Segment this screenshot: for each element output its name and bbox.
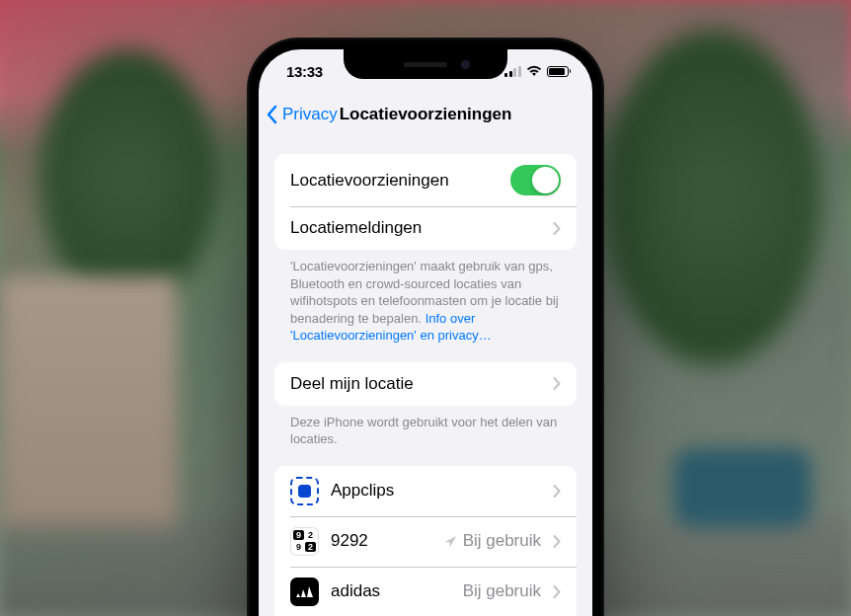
location-services-footer: 'Locatievoorzieningen' maakt gebruik van… bbox=[274, 250, 577, 345]
app-name: adidas bbox=[331, 581, 451, 601]
row-label: Locatievoorzieningen bbox=[290, 171, 499, 191]
share-location-footer: Deze iPhone wordt gebruikt voor het dele… bbox=[274, 406, 577, 448]
row-label: Locatiemeldingen bbox=[290, 218, 541, 238]
background-tree bbox=[604, 30, 821, 365]
location-services-row[interactable]: Locatievoorzieningen bbox=[274, 154, 577, 206]
location-alerts-row[interactable]: Locatiemeldingen bbox=[274, 206, 577, 250]
location-services-group: Locatievoorzieningen Locatiemeldingen bbox=[274, 154, 577, 250]
chevron-left-icon bbox=[267, 105, 278, 124]
background-car bbox=[673, 448, 812, 527]
app-row-adidas[interactable]: adidas Bij gebruik bbox=[274, 567, 577, 616]
cellular-signal-icon bbox=[504, 66, 521, 77]
back-button[interactable]: Privacy bbox=[267, 105, 338, 124]
page-title: Locatievoorzieningen bbox=[340, 105, 512, 124]
background-tree bbox=[39, 49, 217, 306]
toggle-knob bbox=[532, 167, 559, 193]
app-permission: Bij gebruik bbox=[463, 581, 541, 601]
back-label: Privacy bbox=[282, 105, 338, 124]
app-name: Appclips bbox=[331, 481, 529, 500]
chevron-right-icon bbox=[553, 585, 561, 598]
chevron-right-icon bbox=[553, 535, 561, 548]
apps-list-group: Appclips 9292 9292 Bij gebruik bbox=[274, 466, 577, 616]
battery-icon bbox=[547, 66, 572, 77]
status-time: 13:33 bbox=[286, 63, 323, 80]
row-label: Deel mijn locatie bbox=[290, 374, 541, 394]
location-services-toggle[interactable] bbox=[510, 165, 561, 195]
share-my-location-row[interactable]: Deel mijn locatie bbox=[274, 362, 577, 406]
background-building bbox=[0, 276, 178, 533]
phone-device-frame: 13:33 Privacy Locatievoorzieningen bbox=[247, 38, 604, 616]
chevron-right-icon bbox=[553, 377, 561, 390]
chevron-right-icon bbox=[553, 485, 561, 498]
location-arrow-icon bbox=[444, 535, 457, 548]
status-indicators bbox=[504, 65, 571, 77]
share-location-group: Deel mijn locatie bbox=[274, 362, 577, 406]
navigation-bar: Privacy Locatievoorzieningen bbox=[259, 93, 592, 136]
settings-content[interactable]: Locatievoorzieningen Locatiemeldingen 'L… bbox=[259, 136, 592, 616]
phone-screen: 13:33 Privacy Locatievoorzieningen bbox=[259, 49, 592, 616]
chevron-right-icon bbox=[553, 222, 561, 235]
app-row-appclips[interactable]: Appclips bbox=[274, 466, 577, 516]
9292-icon: 9292 bbox=[290, 527, 319, 556]
phone-notch bbox=[344, 49, 507, 79]
appclips-icon bbox=[290, 477, 319, 505]
adidas-icon bbox=[290, 578, 319, 606]
wifi-icon bbox=[526, 65, 542, 77]
app-name: 9292 bbox=[331, 531, 432, 551]
app-permission: Bij gebruik bbox=[444, 531, 541, 551]
app-row-9292[interactable]: 9292 9292 Bij gebruik bbox=[274, 516, 577, 567]
